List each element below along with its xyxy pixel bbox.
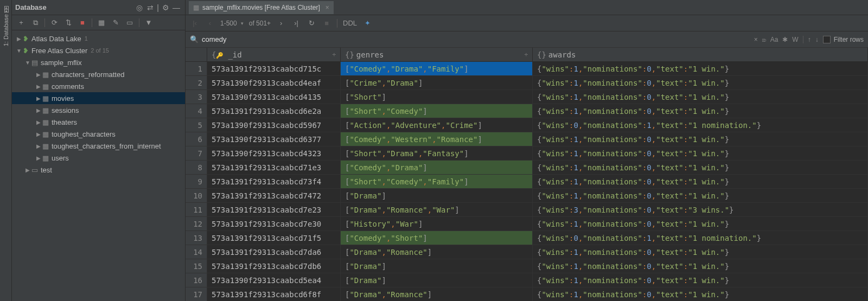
table-row[interactable]: 14573a1391f29313caabcd7da6["Drama", "Rom… [186,245,868,259]
column-header-awards[interactable]: {} awards [533,48,868,61]
cell-id[interactable]: 573a1390f29313caabcd4135 [207,90,341,104]
cell-awards[interactable]: {"wins": 1, "nominations": 0, "text": "1… [533,175,868,189]
cell-awards[interactable]: {"wins": 0, "nominations": 1, "text": "1… [533,231,868,245]
page-range-dropdown[interactable]: 1-500▾ [220,20,244,27]
cell-genres[interactable]: ["Drama"] [341,273,533,287]
cell-id[interactable]: 573a1391f29313caabcd71e3 [207,161,341,175]
column-header-id[interactable]: {🔑 _id ÷ [207,48,341,61]
cell-awards[interactable]: {"wins": 1, "nominations": 0, "text": "1… [533,273,868,287]
cell-genres[interactable]: ["Short", "Comedy"] [341,104,533,118]
target-icon[interactable]: ◎ [134,3,145,12]
editor-tab[interactable]: ▦ sample_mflix.movies [Free Atlas Cluste… [189,1,334,14]
cancel-query-icon[interactable]: ■ [322,19,331,27]
filter-icon[interactable]: ▼ [143,17,155,29]
cell-genres[interactable]: ["Short", "Drama", "Fantasy"] [341,146,533,161]
expand-icon[interactable]: ▼ [24,60,31,66]
cell-id[interactable]: 573a1391f29313caabcd6e2a [207,104,341,118]
filter-rows-checkbox[interactable]: Filter rows [823,36,864,43]
cell-awards[interactable]: {"wins": 1, "nominations": 0, "text": "1… [533,90,868,104]
table-row[interactable]: 13573a1391f29313caabcd71f5["Comedy", "Sh… [186,231,868,245]
table-row[interactable]: 12573a1391f29313caabcd7e30["History", "W… [186,217,868,231]
tree-item-comments[interactable]: ▶▦comments [12,80,185,92]
cell-awards[interactable]: {"wins": 1, "nominations": 0, "text": "1… [533,217,868,231]
add-row-icon[interactable]: ✦ [362,19,372,27]
cell-awards[interactable]: {"wins": 1, "nominations": 0, "text": "1… [533,62,868,76]
cell-genres[interactable]: ["Short"] [341,90,533,104]
cell-genres[interactable]: ["Crime", "Drama"] [341,76,533,90]
expand-icon[interactable]: ▶ [24,167,31,173]
column-header-genres[interactable]: {} genres ÷ [341,48,533,61]
cell-genres[interactable]: ["Drama"] [341,189,533,203]
expand-icon[interactable]: ▶ [35,84,42,89]
tree-item-sessions[interactable]: ▶▦sessions [12,104,185,116]
expand-icon[interactable]: ▶ [35,155,42,161]
cell-genres[interactable]: ["Comedy", "Short"] [341,231,533,245]
clear-search-icon[interactable]: × [754,36,758,43]
tree-item-free-atlas-cluster[interactable]: ▼❥Free Atlas Cluster2 of 15 [12,44,185,56]
expand-icon[interactable]: ▶ [35,131,42,137]
ddl-button[interactable]: DDL [343,19,357,27]
table-icon[interactable]: ▦ [95,17,107,29]
tree-item-sample-mflix[interactable]: ▼▤sample_mflix [12,56,185,68]
cell-genres[interactable]: ["Comedy", "Drama", "Family"] [341,62,533,76]
whole-toggle[interactable]: ✱ [782,36,788,43]
cell-awards[interactable]: {"wins": 1, "nominations": 0, "text": "1… [533,76,868,90]
tree-item-movies[interactable]: ▶▦movies [12,92,185,104]
expand-icon[interactable]: ▼ [15,48,23,54]
last-page-icon[interactable]: ›| [291,19,301,27]
cell-id[interactable]: 573a1391f29313caabcd7db6 [207,259,341,273]
cell-awards[interactable]: {"wins": 1, "nominations": 0, "text": "1… [533,245,868,259]
expand-icon[interactable]: ▶ [35,107,42,113]
expand-icon[interactable]: ▶ [35,95,42,101]
cell-id[interactable]: 573a1391f29313caabcd6f8f [207,287,341,301]
cell-genres[interactable]: ["Drama", "Romance", "War"] [341,203,533,217]
cell-id[interactable]: 573a1390f29313caabcd6377 [207,132,341,146]
cell-awards[interactable]: {"wins": 1, "nominations": 0, "text": "1… [533,189,868,203]
table-row[interactable]: 8573a1391f29313caabcd71e3["Comedy", "Dra… [186,161,868,175]
cell-awards[interactable]: {"wins": 1, "nominations": 0, "text": "1… [533,146,868,161]
cell-genres[interactable]: ["Short", "Comedy", "Family"] [341,175,533,189]
add-icon[interactable]: + [15,17,27,29]
cell-awards[interactable]: {"wins": 0, "nominations": 1, "text": "1… [533,118,868,132]
sort-icon[interactable]: ÷ [332,51,336,58]
tree-item-characters-reformatted[interactable]: ▶▦characters_reformatted [12,68,185,80]
edit-icon[interactable]: ✎ [110,17,122,29]
cell-id[interactable]: 573a1391f29313caabcd73f4 [207,175,341,189]
tree-item-test[interactable]: ▶▭test [12,164,185,176]
cell-genres[interactable]: ["History", "War"] [341,217,533,231]
expand-icon[interactable]: ▶ [35,72,42,78]
cell-awards[interactable]: {"wins": 1, "nominations": 0, "text": "1… [533,132,868,146]
cell-id[interactable]: 573a1390f29313caabcd4eaf [207,76,341,90]
cell-awards[interactable]: {"wins": 1, "nominations": 0, "text": "1… [533,104,868,118]
cell-id[interactable]: 573a1391f29313caabcd7e23 [207,203,341,217]
expand-icon[interactable]: ▶ [35,119,42,125]
search-input[interactable] [202,35,750,43]
cell-id[interactable]: 573a1391f29313caabcd7472 [207,189,341,203]
cell-awards[interactable]: {"wins": 1, "nominations": 0, "text": "1… [533,161,868,175]
tree-item-users[interactable]: ▶▦users [12,152,185,164]
next-page-icon[interactable]: › [276,19,286,27]
query-console-icon[interactable]: ▭ [124,17,136,29]
refresh-icon[interactable]: ⟳ [48,17,60,29]
table-row[interactable]: 9573a1391f29313caabcd73f4["Short", "Come… [186,175,868,189]
tree-item-theaters[interactable]: ▶▦theaters [12,116,185,128]
sort-icon[interactable]: ÷ [524,51,528,58]
cell-genres[interactable]: ["Drama", "Romance"] [341,287,533,301]
table-row[interactable]: 11573a1391f29313caabcd7e23["Drama", "Rom… [186,203,868,217]
table-row[interactable]: 4573a1391f29313caabcd6e2a["Short", "Come… [186,104,868,118]
cell-id[interactable]: 573a1391f29313caabcd71f5 [207,231,341,245]
cell-awards[interactable]: {"wins": 1, "nominations": 0, "text": "1… [533,287,868,301]
table-row[interactable]: 5573a1390f29313caabcd5967["Action", "Adv… [186,118,868,132]
gear-icon[interactable]: ⚙ [160,3,171,12]
table-row[interactable]: 7573a1390f29313caabcd4323["Short", "Dram… [186,146,868,161]
cell-genres[interactable]: ["Drama", "Romance"] [341,245,533,259]
cell-id[interactable]: 573a1390f29313caabcd4323 [207,146,341,161]
words-toggle[interactable]: W [792,36,798,43]
cell-awards[interactable]: {"wins": 1, "nominations": 0, "text": "1… [533,259,868,273]
minimize-icon[interactable]: — [171,3,182,12]
expand-icon[interactable]: ▶ [35,143,42,149]
regex-toggle[interactable]: ⎄ [762,36,766,43]
cell-id[interactable]: 573a1390f29313caabcd5ea4 [207,273,341,287]
case-toggle[interactable]: Aa [770,36,778,43]
expand-icon[interactable]: ▶ [15,36,23,42]
